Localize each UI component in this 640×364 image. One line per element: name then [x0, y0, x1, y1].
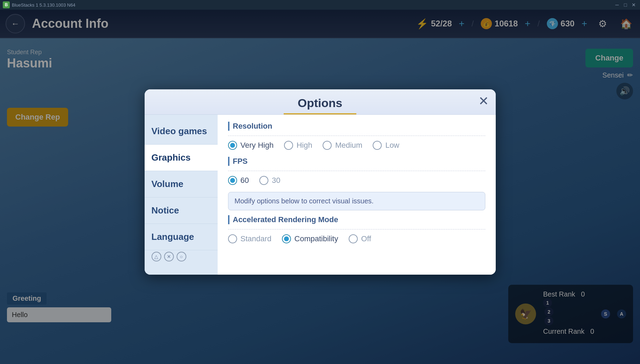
- fps-radio-group: 60 30: [228, 176, 485, 185]
- resolution-very-high-radio[interactable]: [228, 141, 237, 150]
- dialog-sidebar: Video games Graphics Volume Notice Langu…: [145, 115, 218, 275]
- resolution-divider: [228, 136, 485, 136]
- sidebar-item-language[interactable]: Language: [145, 224, 218, 250]
- triangle-icon: △: [152, 252, 161, 261]
- sidebar-item-notice[interactable]: Notice: [145, 197, 218, 224]
- rendering-off-radio[interactable]: [349, 234, 358, 243]
- circle-icon: ○: [177, 252, 186, 261]
- rendering-header: Accelerated Rendering Mode: [228, 215, 485, 224]
- resolution-high-label: High: [297, 141, 312, 150]
- fps-header: FPS: [228, 157, 485, 166]
- window-chrome: B BlueStacks 1 5.3.130.1003 N64 ─ □ ✕: [0, 0, 640, 10]
- rendering-compatibility-option[interactable]: Compatibility: [282, 234, 338, 243]
- fps-60-option[interactable]: 60: [228, 176, 249, 185]
- dialog-close-button[interactable]: ✕: [478, 95, 489, 107]
- fps-divider: [228, 171, 485, 171]
- rendering-divider: [228, 229, 485, 229]
- window-close-button[interactable]: ✕: [630, 1, 637, 8]
- dialog-title: Options: [284, 96, 356, 114]
- rendering-standard-option[interactable]: Standard: [228, 234, 272, 243]
- fps-60-label: 60: [241, 176, 249, 185]
- rendering-radio-group: Standard Compatibility Off: [228, 234, 485, 243]
- fps-30-option[interactable]: 30: [259, 176, 280, 185]
- notice-box: Modify options below to correct visual i…: [228, 192, 485, 210]
- chrome-title: BlueStacks 1 5.3.130.1003 N64: [12, 2, 611, 8]
- resolution-radio-group: Very High High Medium Low: [228, 141, 485, 150]
- dialog-body: Video games Graphics Volume Notice Langu…: [145, 115, 496, 275]
- resolution-medium-radio[interactable]: [323, 141, 332, 150]
- resolution-medium-option[interactable]: Medium: [323, 141, 362, 150]
- sidebar-item-video-games[interactable]: Video games: [145, 118, 218, 145]
- resolution-low-radio[interactable]: [373, 141, 382, 150]
- gamepad-icons: △ ✕ ○: [148, 247, 221, 266]
- resolution-low-option[interactable]: Low: [373, 141, 399, 150]
- resolution-high-option[interactable]: High: [284, 141, 312, 150]
- dialog-header: Options ✕: [145, 89, 496, 115]
- bluestacks-logo: B: [3, 1, 10, 8]
- fps-30-radio[interactable]: [259, 176, 268, 185]
- rendering-compatibility-label: Compatibility: [294, 234, 338, 243]
- fps-60-radio[interactable]: [228, 176, 237, 185]
- resolution-high-radio[interactable]: [284, 141, 293, 150]
- rendering-compatibility-radio[interactable]: [282, 234, 291, 243]
- chrome-controls: ─ □ ✕: [614, 1, 637, 8]
- cross-icon: ✕: [164, 252, 174, 261]
- rendering-off-label: Off: [361, 234, 371, 243]
- dialog-content: Resolution Very High High: [218, 115, 496, 275]
- rendering-standard-radio[interactable]: [228, 234, 237, 243]
- rendering-off-option[interactable]: Off: [349, 234, 371, 243]
- sidebar-item-volume[interactable]: Volume: [145, 171, 218, 197]
- options-dialog: Options ✕ Video games Graphics Volume No…: [145, 89, 496, 275]
- fps-30-label: 30: [272, 176, 280, 185]
- resolution-very-high-label: Very High: [241, 141, 274, 150]
- resolution-very-high-option[interactable]: Very High: [228, 141, 274, 150]
- modal-overlay: Options ✕ Video games Graphics Volume No…: [0, 0, 640, 364]
- resolution-header: Resolution: [228, 122, 485, 131]
- minimize-button[interactable]: ─: [614, 1, 621, 8]
- rendering-standard-label: Standard: [241, 234, 272, 243]
- sidebar-item-graphics[interactable]: Graphics: [145, 145, 218, 171]
- resolution-medium-label: Medium: [335, 141, 362, 150]
- resolution-low-label: Low: [385, 141, 399, 150]
- maximize-button[interactable]: □: [622, 1, 629, 8]
